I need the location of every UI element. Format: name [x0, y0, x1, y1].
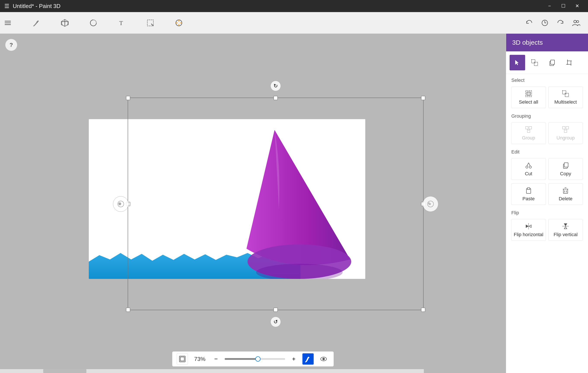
- zoom-slider-fill: [225, 358, 258, 360]
- scrollbar-thumb[interactable]: [43, 369, 86, 373]
- svg-point-54: [529, 166, 531, 168]
- svg-line-56: [529, 163, 530, 166]
- toolbar-effects-button[interactable]: [171, 17, 187, 29]
- rotate-handle-top[interactable]: ↻: [271, 81, 281, 91]
- brush-icon: [32, 19, 41, 27]
- copy-button[interactable]: Copy: [548, 158, 583, 180]
- right-panel: 3D objects: [506, 34, 588, 373]
- svg-rect-41: [563, 91, 566, 94]
- maximize-button[interactable]: ☐: [557, 2, 570, 10]
- flip-vertical-button[interactable]: Flip vertical: [548, 219, 583, 241]
- rotate-handle-bottom[interactable]: ↺: [271, 317, 281, 327]
- svg-rect-30: [532, 60, 535, 63]
- svg-point-24: [428, 201, 433, 207]
- svg-rect-58: [564, 163, 568, 167]
- svg-rect-33: [551, 60, 555, 64]
- delete-icon: [562, 186, 569, 194]
- magic-select-icon: [531, 59, 538, 67]
- edit-btn-row-2: Paste Delete: [506, 181, 588, 207]
- zoom-out-button[interactable]: −: [212, 355, 220, 363]
- toolbar-2d-shapes-button[interactable]: [85, 17, 101, 29]
- 3d-depth-handle-right[interactable]: ↻: [423, 196, 438, 212]
- svg-marker-73: [564, 227, 567, 229]
- window-title: Untitled* - Paint 3D: [13, 3, 61, 10]
- toggle-brush-button[interactable]: [303, 353, 314, 364]
- select-all-icon: [525, 90, 533, 98]
- minimize-button[interactable]: −: [543, 2, 556, 10]
- copy-paste-button[interactable]: [544, 55, 560, 70]
- svg-line-55: [527, 163, 529, 166]
- redo-button[interactable]: [555, 17, 566, 29]
- hamburger-icon: ☰: [4, 3, 9, 10]
- flip-section-label: Flip: [506, 207, 588, 217]
- effects-icon: [175, 19, 183, 27]
- select-all-button[interactable]: Select all: [511, 87, 546, 108]
- people-button[interactable]: [570, 17, 581, 29]
- undo-button[interactable]: [524, 17, 535, 29]
- pointer-icon: [514, 59, 521, 67]
- toggle-visibility-button[interactable]: [318, 353, 329, 364]
- cut-button[interactable]: Cut: [511, 158, 546, 180]
- svg-rect-61: [527, 188, 530, 190]
- cone-shape: [203, 123, 365, 279]
- select-tool-button[interactable]: [510, 55, 525, 70]
- group-icon: [525, 126, 533, 133]
- magic-select-button[interactable]: [527, 55, 542, 70]
- crop-button[interactable]: [561, 55, 577, 70]
- svg-point-29: [323, 358, 325, 360]
- paste-button[interactable]: Paste: [511, 183, 546, 205]
- close-button[interactable]: ✕: [571, 2, 584, 10]
- window-controls: − ☐ ✕: [543, 2, 584, 10]
- toolbar-text-button[interactable]: T: [114, 17, 130, 29]
- circle-icon: [89, 19, 98, 27]
- history-icon: [540, 19, 549, 27]
- svg-marker-70: [529, 225, 531, 228]
- svg-rect-44: [529, 127, 532, 129]
- svg-text:T: T: [119, 20, 123, 26]
- toolbar-3d-shapes-button[interactable]: [57, 17, 73, 29]
- svg-marker-72: [564, 224, 567, 226]
- svg-line-11: [151, 24, 153, 26]
- redo-icon: [556, 19, 565, 27]
- multiselect-button[interactable]: Multiselect: [548, 87, 583, 108]
- toolbar-menu-button[interactable]: [0, 17, 16, 29]
- toolbar-brushes-button[interactable]: [29, 17, 44, 29]
- handle-top-left[interactable]: [126, 96, 130, 100]
- svg-rect-48: [563, 127, 565, 129]
- history-button[interactable]: [539, 17, 550, 29]
- zoom-slider[interactable]: [225, 358, 285, 360]
- select-btn-row: Select all Multiselect: [506, 85, 588, 110]
- ungroup-button[interactable]: Ungroup: [548, 122, 583, 144]
- svg-rect-40: [527, 92, 530, 95]
- main-area: ?: [0, 34, 588, 373]
- canvas-white: [89, 119, 365, 279]
- canvas-area[interactable]: ?: [0, 34, 506, 373]
- svg-point-18: [574, 20, 576, 23]
- copy-icon: [562, 161, 569, 169]
- svg-rect-42: [565, 93, 568, 97]
- toolbar-select-button[interactable]: [143, 17, 158, 29]
- grouping-btn-row: Group Ungroup: [506, 121, 588, 146]
- delete-button[interactable]: Delete: [548, 183, 583, 205]
- toolbar-right-actions: [524, 17, 588, 29]
- handle-bottom-center[interactable]: [273, 308, 278, 312]
- svg-rect-31: [534, 62, 538, 66]
- edit-section-label: Edit: [506, 146, 588, 157]
- select-icon: [146, 19, 155, 27]
- fit-window-icon: [178, 355, 186, 363]
- brush-active-icon: [304, 355, 312, 363]
- handle-bottom-right[interactable]: [421, 308, 425, 312]
- zoom-slider-thumb[interactable]: [255, 356, 261, 362]
- horizontal-scrollbar[interactable]: [0, 369, 424, 373]
- handle-top-right[interactable]: [421, 96, 425, 100]
- help-button[interactable]: ?: [5, 39, 17, 51]
- rotate-3d-icon: ↻: [427, 200, 434, 208]
- zoom-in-button[interactable]: +: [289, 355, 298, 363]
- svg-rect-49: [566, 127, 568, 129]
- handle-top-center[interactable]: [273, 96, 278, 100]
- flip-horizontal-button[interactable]: Flip horizontal: [511, 219, 546, 241]
- fit-to-window-button[interactable]: [177, 353, 188, 364]
- handle-middle-right[interactable]: [421, 202, 425, 206]
- group-button[interactable]: Group: [511, 122, 546, 144]
- handle-bottom-left[interactable]: [126, 308, 130, 312]
